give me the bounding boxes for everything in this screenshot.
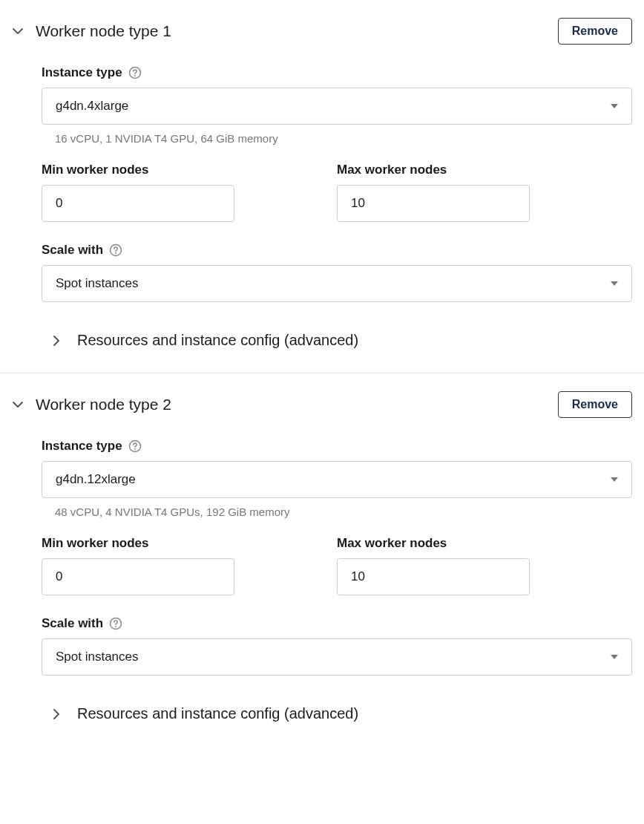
advanced-label: Resources and instance config (advanced) [77,332,358,349]
min-col: Min worker nodes [42,163,337,222]
scale-label: Scale with [42,616,632,631]
max-label-text: Max worker nodes [337,163,447,177]
max-col: Max worker nodes [337,163,632,222]
max-label: Max worker nodes [337,163,632,177]
svg-point-3 [115,252,116,254]
worker-body-2: Instance type g4dn.12xlarge 48 vCPU, 4 N… [12,439,632,722]
min-input[interactable] [42,558,234,595]
min-max-row: Min worker nodes Max worker nodes [42,536,632,595]
instance-type-label: Instance type [42,65,632,80]
remove-button[interactable]: Remove [558,391,632,418]
scale-group: Scale with Spot instances [42,616,632,676]
max-label: Max worker nodes [337,536,632,551]
scale-value: Spot instances [56,276,139,291]
max-label-text: Max worker nodes [337,536,447,551]
caret-down-icon [611,477,618,482]
svg-point-5 [134,448,136,450]
scale-label-text: Scale with [42,243,103,258]
min-label-text: Min worker nodes [42,163,149,177]
worker-header-1: Worker node type 1 Remove [12,18,632,45]
help-icon[interactable] [128,439,142,453]
caret-down-icon [611,104,618,108]
instance-type-value: g4dn.12xlarge [56,472,136,487]
scale-label: Scale with [42,243,632,258]
worker-section-2: Worker node type 2 Remove Instance type … [0,373,644,746]
advanced-toggle[interactable]: Resources and instance config (advanced) [42,705,632,722]
instance-type-hint: 48 vCPU, 4 NVIDIA T4 GPUs, 192 GiB memor… [42,506,632,518]
svg-point-1 [134,75,136,76]
instance-type-hint: 16 vCPU, 1 NVIDIA T4 GPU, 64 GiB memory [42,132,632,145]
help-icon[interactable] [109,617,122,630]
instance-type-label-text: Instance type [42,439,122,454]
worker-body-1: Instance type g4dn.4xlarge 16 vCPU, 1 NV… [12,65,632,349]
min-label: Min worker nodes [42,163,337,177]
max-input[interactable] [337,185,530,222]
caret-down-icon [611,655,618,659]
chevron-down-icon [12,25,24,37]
help-icon[interactable] [128,66,142,79]
advanced-toggle[interactable]: Resources and instance config (advanced) [42,332,632,349]
worker-header-2: Worker node type 2 Remove [12,391,632,418]
instance-type-select[interactable]: g4dn.12xlarge [42,461,632,498]
instance-type-label: Instance type [42,439,632,454]
scale-group: Scale with Spot instances [42,243,632,302]
min-label-text: Min worker nodes [42,536,149,551]
max-col: Max worker nodes [337,536,632,595]
scale-select[interactable]: Spot instances [42,265,632,302]
scale-label-text: Scale with [42,616,103,631]
min-label: Min worker nodes [42,536,337,551]
min-col: Min worker nodes [42,536,337,595]
caret-down-icon [611,281,618,286]
worker-title: Worker node type 2 [36,396,171,413]
chevron-right-icon [50,708,62,720]
instance-type-value: g4dn.4xlarge [56,99,128,114]
svg-point-7 [115,626,116,627]
worker-title: Worker node type 1 [36,22,171,40]
scale-select[interactable]: Spot instances [42,638,632,676]
min-max-row: Min worker nodes Max worker nodes [42,163,632,222]
instance-type-label-text: Instance type [42,65,122,80]
instance-type-select[interactable]: g4dn.4xlarge [42,88,632,125]
worker-toggle-1[interactable]: Worker node type 1 [12,22,171,40]
scale-value: Spot instances [56,650,139,664]
min-input[interactable] [42,185,234,222]
advanced-label: Resources and instance config (advanced) [77,705,358,722]
chevron-down-icon [12,399,24,411]
help-icon[interactable] [109,243,122,257]
chevron-right-icon [50,335,62,347]
worker-toggle-2[interactable]: Worker node type 2 [12,396,171,413]
remove-button[interactable]: Remove [558,18,632,45]
worker-section-1: Worker node type 1 Remove Instance type … [0,0,644,373]
max-input[interactable] [337,558,530,595]
